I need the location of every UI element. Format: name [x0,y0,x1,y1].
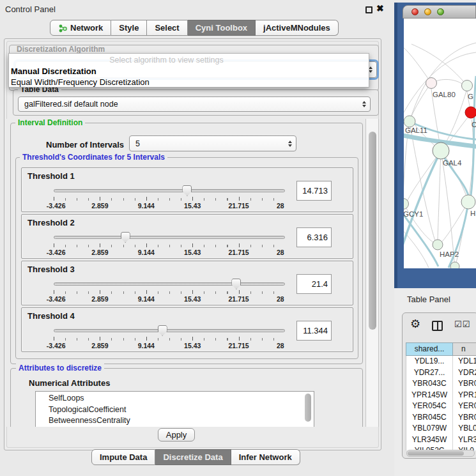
slider-thumb[interactable] [182,185,192,196]
network-node[interactable] [450,262,459,268]
table-row[interactable]: YBR043CYBR0 [406,378,476,390]
threshold-3-slider[interactable]: -3.4262.8599.14415.4321.71528 [54,280,285,303]
tab-impute-data[interactable]: Impute Data [91,449,155,465]
list-item[interactable]: SelfLoops [49,393,314,404]
combo-stepper-icon [288,141,292,147]
svg-text:G: G [468,93,473,100]
tab-infer-network[interactable]: Infer Network [231,449,300,465]
svg-text:HAP2: HAP2 [440,250,459,258]
slider-major-ticks [54,337,285,341]
table-row[interactable]: YER054CYER0 [406,401,476,412]
option-manual-discretization[interactable]: Manual Discretization [9,66,369,77]
tab-label: Network [70,23,103,33]
threshold-1-value-field[interactable]: 14.713 [296,181,332,201]
discretization-algorithm-group-title: Discretization Algorithm [14,45,107,54]
table-row[interactable]: YPR145WYPR1 [406,390,476,401]
scrollbar-thumb[interactable] [369,132,376,330]
gear-icon[interactable]: ⚙ [410,317,420,331]
slider-thumb[interactable] [231,279,241,289]
network-node[interactable] [426,78,437,89]
control-panel-title: Control Panel [5,4,56,14]
number-of-intervals-value: 5 [135,139,140,148]
threshold-panel-3: Threshold 3 -3.4262.8599.14415.4321.7152… [21,261,353,305]
column-header-name[interactable]: n [453,342,476,356]
tab-jactivemnodules[interactable]: jActiveMNodules [256,20,339,36]
control-panel-tabs: Network Style Select Cyni Toolbox jActiv… [50,20,339,36]
list-item[interactable]: BetweennessCentrality [49,415,314,427]
table-row[interactable]: YBR045CYBR0 [406,412,476,424]
table-row[interactable]: YBL079WYBL0 [406,423,476,434]
slider-track [54,236,285,239]
scrollbar-thumb[interactable] [408,451,464,456]
network-icon [58,24,67,33]
slider-thumb[interactable] [121,232,130,243]
threshold-panel-2: Threshold 2 -3.4262.8599.14415.4321.7152… [21,214,353,259]
tab-network[interactable]: Network [50,20,111,36]
number-of-intervals-label: Number of Intervals [46,140,124,150]
interval-definition-group-title: Interval Definition [15,119,85,127]
slider-major-ticks [54,290,285,294]
network-node[interactable] [461,195,475,209]
option-equal-width-frequency[interactable]: Equal Width/Frequency Discretization [9,77,369,88]
slider-tick-labels: -3.4262.8599.14415.4321.71528 [54,249,285,256]
network-node[interactable] [404,116,415,127]
slider-tick-labels: -3.4262.8599.14415.4321.71528 [54,202,285,210]
table-rows: YDL19...YDL1 YDR27...YDR2 YBR043CYBR0 YP… [406,356,476,450]
network-node-selected[interactable] [465,107,476,118]
numerical-attributes-list: SelfLoops TopologicalCoefficient Between… [35,391,314,427]
table-panel-title: Table Panel [407,295,450,304]
tab-discretize-data[interactable]: Discretize Data [155,449,231,465]
settings-vertical-scrollbar[interactable] [365,119,379,427]
slider-track [54,329,285,332]
tab-select[interactable]: Select [147,20,187,36]
threshold-3-value-field[interactable]: 21.4 [296,274,332,294]
network-node[interactable] [462,81,473,91]
combo-stepper-icon [362,101,366,107]
svg-text:GAL80: GAL80 [433,91,456,98]
list-item[interactable]: TopologicalCoefficient [49,404,314,416]
table-row[interactable]: YDL19...YDL1 [406,356,476,367]
network-window-titlebar[interactable] [403,5,476,19]
table-data-select[interactable]: galFiltered.sif default node [18,96,371,112]
svg-text:GAL11: GAL11 [405,127,427,134]
network-canvas[interactable]: GAL80 G C GAL11 GAL4 GCY1 H HAP2 [404,19,476,268]
attributes-group-title: Attributes to discretize [16,364,104,372]
table-row[interactable]: YDR27...YDR2 [406,367,476,379]
tab-cyni-toolbox[interactable]: Cyni Toolbox [188,20,256,36]
minimize-traffic-light-icon[interactable] [424,8,431,15]
tab-style[interactable]: Style [111,20,147,36]
list-scrollbar[interactable] [305,394,311,422]
checkbox-icons[interactable]: ☑☑ [454,319,470,329]
network-node[interactable] [433,240,443,250]
node-attribute-table: shared... n YDL19...YDL1 YDR27...YDR2 YB… [406,342,476,450]
close-icon[interactable]: ✖ [376,3,384,13]
threshold-2-slider[interactable]: -3.4262.8599.14415.4321.71528 [54,234,285,257]
svg-text:GAL4: GAL4 [443,159,462,167]
network-node[interactable] [433,142,449,159]
float-window-icon[interactable] [365,6,372,13]
number-of-intervals-select[interactable]: 5 [129,135,296,151]
threshold-panel-4: Threshold 4 -3.4262.8599.14421.71515.432… [21,307,353,352]
threshold-2-value-field[interactable]: 6.316 [296,227,332,247]
svg-text:C: C [472,121,476,128]
apply-button[interactable]: Apply [158,428,195,441]
slider-track [54,189,285,192]
svg-text:GCY1: GCY1 [404,210,423,218]
threshold-1-slider[interactable]: -3.4262.8599.14415.4321.71528 [54,187,285,210]
table-row[interactable]: YLR345WYLR3 [406,434,476,446]
close-traffic-light-icon[interactable] [411,8,418,15]
thresholds-group-title: Threshold's Coordinates for 5 Intervals [20,153,167,162]
threshold-4-value-field[interactable]: 11.344 [296,321,332,341]
slider-thumb[interactable] [158,325,167,336]
threshold-4-slider[interactable]: -3.4262.8599.14421.71515.4328 [54,327,285,350]
column-header-shared-name[interactable]: shared... [406,342,453,356]
algorithm-placeholder-option[interactable]: Select algorithm to view settings [9,56,369,66]
threshold-panel-1: Threshold 1 -3.4262.8599.14415.4321.7152… [21,167,353,212]
zoom-traffic-light-icon[interactable] [437,8,444,15]
columns-icon[interactable] [432,321,443,331]
slider-tick-labels: -3.4262.8599.14415.4321.71528 [54,295,285,303]
settings-scroll-area: Interval Definition Number of Intervals … [6,119,380,427]
network-graph: GAL80 G C GAL11 GAL4 GCY1 H HAP2 [404,19,476,268]
slider-major-ticks [54,197,285,201]
table-horizontal-scrollbar[interactable] [406,450,475,457]
